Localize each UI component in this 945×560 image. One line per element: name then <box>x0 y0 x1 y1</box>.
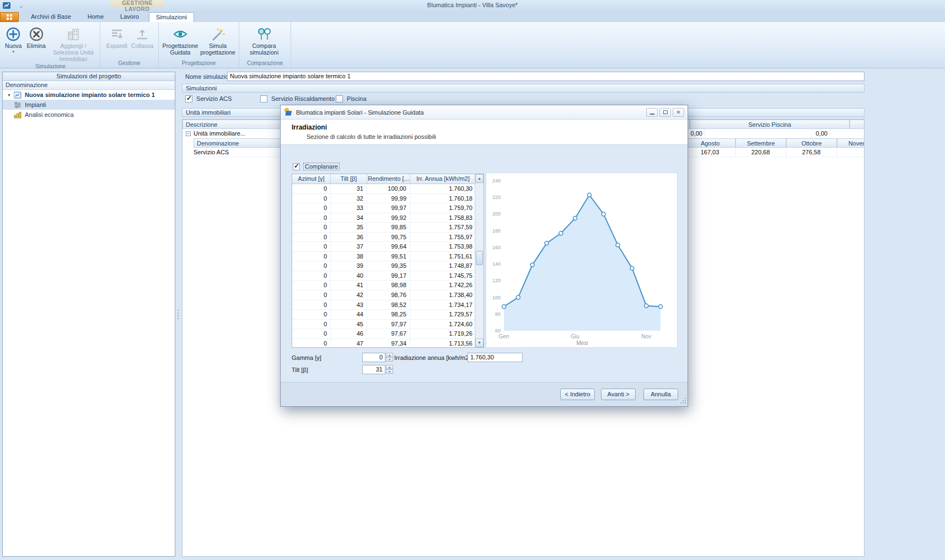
irradiation-cell: 1.713,56 <box>410 339 476 347</box>
y-tick-label: 160 <box>492 245 501 250</box>
irradiation-cell: 99,35 <box>367 261 410 271</box>
tab-simulazioni[interactable]: Simulazioni <box>149 12 194 22</box>
irradiation-cell: 98,52 <box>367 300 410 310</box>
irradiation-cell: 0 <box>292 233 331 242</box>
aggiungi-label: Aggiungi / Seleziona Unità Immobiliari <box>50 43 96 62</box>
application-menu-button[interactable] <box>0 12 19 22</box>
checkbox-icon[interactable] <box>293 163 300 170</box>
col-header-tilt[interactable]: Tilt [β] <box>331 174 367 184</box>
spin-down-icon[interactable]: ▼ <box>386 357 393 362</box>
checkbox-icon[interactable] <box>260 95 267 103</box>
grid-value-piscina-2: 0,00 <box>780 129 830 138</box>
nuova-button[interactable]: Nuova ▼ <box>3 24 24 55</box>
irradiation-cell: 99,85 <box>367 223 410 232</box>
tilt-stepper[interactable]: 31 ▲▼ <box>362 365 385 374</box>
irradiation-cell: 36 <box>331 233 367 242</box>
grid-header-servizio-piscina[interactable]: Servizio Piscina <box>690 120 850 129</box>
scroll-down-icon[interactable]: ▼ <box>475 338 484 347</box>
col-header-rendimento[interactable]: Rendimento [... <box>367 174 410 184</box>
grid-month-header-ottobre[interactable]: Ottobre <box>786 138 837 148</box>
expand-arrow-icon[interactable]: ▼ <box>7 93 13 97</box>
irradiation-table-row[interactable]: 03899,511.751,61 <box>292 252 476 262</box>
chart-canvas: 6080100120140160180200220240GenGiuNovMes… <box>486 173 677 347</box>
grid-month-header-agosto[interactable]: Agosto <box>685 138 735 148</box>
col-header-azimut[interactable]: Azimut [γ] <box>292 174 331 184</box>
tab-home[interactable]: Home <box>81 12 110 22</box>
tab-archivi-di-base[interactable]: Archivi di Base <box>24 12 78 22</box>
irradiation-cell: 42 <box>331 290 367 300</box>
irradiation-table-row[interactable]: 04797,341.713,56 <box>292 339 476 347</box>
y-tick-label: 60 <box>495 328 501 333</box>
irradiation-table-row[interactable]: 04198,981.742,26 <box>292 281 476 290</box>
irr-annua-input[interactable]: 1.760,30 <box>468 353 523 362</box>
irradiation-table-row[interactable]: 03399,971.759,70 <box>292 203 476 213</box>
aggiungi-unita-button[interactable]: Aggiungi / Seleziona Unità Immobiliari <box>49 24 98 63</box>
irradiation-table-row[interactable]: 031100,001.760,30 <box>292 184 476 194</box>
checkbox-icon[interactable] <box>185 95 192 103</box>
dialog-title-bar[interactable]: Blumatica impianti Solari - Simulazione … <box>281 105 688 120</box>
close-icon[interactable]: ✕ <box>673 108 684 117</box>
tilt-input[interactable]: 31 <box>362 365 385 374</box>
tree-column-header[interactable]: Denominazione <box>3 81 175 90</box>
cancel-button[interactable]: Annulla <box>643 389 678 400</box>
irradiation-table-row[interactable]: 03299,991.760,18 <box>292 194 476 204</box>
irradiation-table-row[interactable]: 04697,671.719,26 <box>292 329 476 339</box>
espandi-button[interactable]: Espandi <box>105 24 129 51</box>
tilt-spin-buttons[interactable]: ▲▼ <box>386 365 393 374</box>
irradiation-cell: 45 <box>331 320 367 329</box>
x-tick-label: Nov <box>641 333 651 340</box>
irradiation-table-row[interactable]: 03499,921.758,83 <box>292 213 476 223</box>
gamma-input[interactable]: 0 <box>362 353 385 362</box>
espandi-label: Espandi <box>106 43 127 50</box>
tree-item-analisi-economica[interactable]: Analisi economica <box>3 110 175 120</box>
spin-up-icon[interactable]: ▲ <box>386 365 393 369</box>
irradiation-table-row[interactable]: 04498,251.729,57 <box>292 310 476 320</box>
complanare-checkbox[interactable]: Complanare <box>293 163 339 170</box>
tree-item-simulation-root[interactable]: ▼ Nuova simulazione impianto solare term… <box>3 90 175 100</box>
irradiation-table-row[interactable]: 03599,851.757,59 <box>292 223 476 233</box>
irradiation-cell: 43 <box>331 300 367 310</box>
minimize-button[interactable] <box>646 108 658 117</box>
section-header-simulazioni[interactable]: Simulazioni <box>182 84 865 93</box>
scroll-up-icon[interactable]: ▲ <box>475 174 484 183</box>
sim-name-input[interactable]: Nuova simulazione impianto solare termic… <box>227 72 865 81</box>
collassa-button[interactable]: Collassa <box>130 24 154 51</box>
collapse-expander-icon[interactable]: − <box>186 131 191 136</box>
progettazione-guidata-button[interactable]: Progettazione Guidata <box>162 24 198 57</box>
spin-down-icon[interactable]: ▼ <box>386 369 393 374</box>
col-header-irr-annua[interactable]: Irr. Annua [kWh/m2] <box>410 174 476 184</box>
irradiation-table-row[interactable]: 04597,971.724,60 <box>292 320 476 330</box>
irradiation-table-row[interactable]: 03799,641.753,98 <box>292 242 476 252</box>
elimina-button[interactable]: Elimina <box>25 24 47 51</box>
irradiation-table-row[interactable]: 04398,521.734,17 <box>292 300 476 310</box>
service-piscina-checkbox[interactable]: Piscina <box>336 95 367 103</box>
irradiation-table-row[interactable]: 03999,351.748,87 <box>292 261 476 271</box>
grid-month-header-novembre[interactable]: Novembre <box>837 138 865 148</box>
irradiation-cell: 100,00 <box>367 184 410 193</box>
tab-lavoro[interactable]: Lavoro <box>114 12 146 22</box>
irradiation-table-row[interactable]: 04298,761.738,40 <box>292 290 476 300</box>
panel-splitter[interactable] <box>175 72 181 557</box>
simula-progettazione-button[interactable]: Simula progettazione <box>200 24 236 57</box>
title-bar: ⌄ GESTIONE LAVORO Blumatica Impianti - V… <box>0 0 945 12</box>
irradiation-table-row[interactable]: 03699,751.755,97 <box>292 233 476 243</box>
maximize-button[interactable] <box>659 108 671 117</box>
resize-grip[interactable] <box>680 397 686 405</box>
irradiation-table-row[interactable]: 04099,171.745,75 <box>292 271 476 281</box>
service-riscaldamento-checkbox[interactable]: Servizio Riscaldamento <box>260 95 335 103</box>
gamma-spin-buttons[interactable]: ▲▼ <box>386 353 393 362</box>
grid-month-value-ottobre: 276,58 <box>786 148 837 157</box>
gamma-stepper[interactable]: 0 ▲▼ <box>362 353 385 362</box>
grid-month-value-novembre <box>837 148 865 157</box>
compara-simulazioni-button[interactable]: Compara simulazioni <box>245 24 283 57</box>
tree-item-impianti[interactable]: Impianti <box>3 100 175 110</box>
next-button[interactable]: Avanti > <box>601 389 636 400</box>
chart-marker <box>659 305 663 309</box>
grid-month-header-settembre[interactable]: Settembre <box>735 138 786 148</box>
back-button[interactable]: < Indietro <box>560 389 595 400</box>
checkbox-icon[interactable] <box>336 95 343 103</box>
spin-up-icon[interactable]: ▲ <box>386 353 393 357</box>
scrollbar-thumb[interactable] <box>476 251 483 265</box>
table-scrollbar[interactable]: ▲ ▼ <box>475 174 484 347</box>
service-acs-checkbox[interactable]: Servizio ACS <box>185 95 232 103</box>
